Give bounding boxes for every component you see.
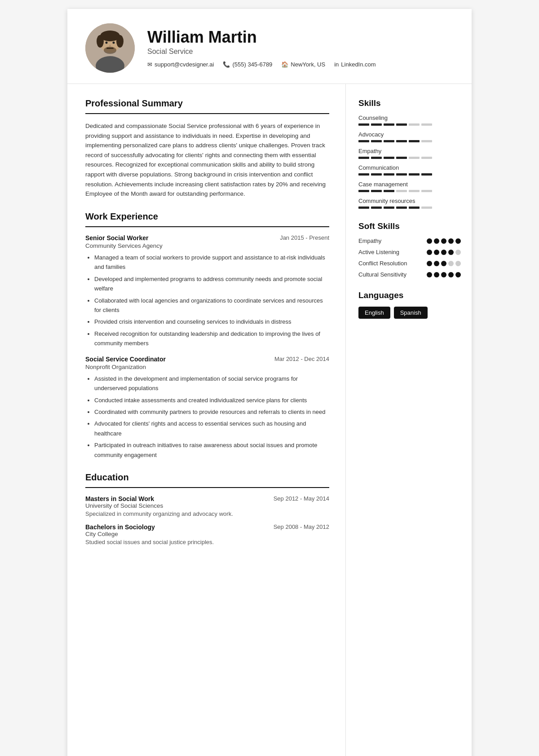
svg-point-5 [116, 35, 124, 48]
skill-bar-seg [371, 190, 382, 192]
skill-bar-3 [358, 173, 461, 176]
bullet-1-2: Coordinated with community partners to p… [94, 407, 329, 417]
summary-text: Dedicated and compassionate Social Servi… [85, 121, 329, 199]
skill-bar-seg [409, 123, 420, 126]
skill-bar-seg [371, 207, 382, 209]
candidate-title: Social Service [147, 48, 376, 56]
edu-desc-0: Specialized in community organizing and … [85, 510, 329, 517]
edu-school-1: City College [85, 531, 329, 537]
edu-header-0: Masters in Social Work Sep 2012 - May 20… [85, 495, 329, 502]
dot [448, 250, 454, 255]
job-entry-1: Social Service Coordinator Mar 2012 - De… [85, 356, 329, 460]
skill-bar-seg [358, 173, 369, 176]
language-badges: EnglishSpanish [358, 307, 461, 319]
dot [434, 250, 439, 255]
soft-skills-title: Soft Skills [358, 221, 461, 231]
dot [441, 238, 446, 244]
skill-bar-seg [396, 207, 407, 209]
dot [441, 272, 446, 277]
skill-item-4: Case management [358, 181, 461, 192]
summary-title: Professional Summary [85, 98, 329, 109]
phone-icon: 📞 [223, 61, 230, 68]
avatar [85, 23, 135, 73]
summary-divider [85, 113, 329, 114]
skill-bar-seg [409, 207, 420, 209]
dot [434, 261, 439, 266]
location-icon: 🏠 [281, 61, 288, 68]
svg-point-7 [106, 42, 108, 44]
location-contact: 🏠 NewYork, US [281, 61, 325, 68]
skills-title: Skills [358, 98, 461, 108]
phone-value: (555) 345-6789 [232, 61, 272, 68]
skill-bar-seg [358, 140, 369, 142]
linkedin-contact: in LinkedIn.com [334, 61, 376, 68]
skill-bar-seg [384, 123, 394, 126]
dot [455, 272, 461, 277]
skill-bar-seg [384, 140, 394, 142]
skill-bar-4 [358, 190, 461, 192]
skill-name-1: Advocacy [358, 131, 461, 138]
soft-skill-1: Active Listening [358, 249, 461, 255]
job-dates-0: Jan 2015 - Present [280, 234, 329, 241]
soft-skill-name-3: Cultural Sensitivity [358, 271, 427, 278]
skill-bar-seg [384, 157, 394, 159]
skill-name-4: Case management [358, 181, 461, 188]
job-header-0: Senior Social Worker Jan 2015 - Present [85, 234, 329, 242]
lang-badge-0: English [358, 307, 390, 319]
header-info: William Martin Social Service ✉ support@… [147, 28, 376, 68]
education-title: Education [85, 472, 329, 483]
dot [434, 238, 439, 244]
resume-container: William Martin Social Service ✉ support@… [67, 9, 472, 756]
skill-bar-seg [371, 140, 382, 142]
soft-skill-name-2: Conflict Resolution [358, 260, 427, 267]
work-title: Work Experience [85, 211, 329, 222]
bullet-1-3: Advocated for clients' rights and access… [94, 419, 329, 438]
job-header-1: Social Service Coordinator Mar 2012 - De… [85, 356, 329, 363]
soft-skill-dots-2 [427, 261, 461, 266]
work-experience-section: Work Experience Senior Social Worker Jan… [85, 211, 329, 460]
left-column: Professional Summary Dedicated and compa… [67, 84, 346, 756]
education-section: Education Masters in Social Work Sep 201… [85, 472, 329, 545]
job-title-0: Senior Social Worker [85, 234, 149, 242]
languages-section: Languages EnglishSpanish [358, 290, 461, 319]
edu-dates-1: Sep 2008 - May 2012 [274, 523, 329, 530]
edu-header-1: Bachelors in Sociology Sep 2008 - May 20… [85, 523, 329, 531]
edu-school-0: University of Social Sciences [85, 502, 329, 509]
skill-bar-2 [358, 157, 461, 159]
candidate-name: William Martin [147, 28, 376, 46]
dot [427, 272, 432, 277]
languages-title: Languages [358, 290, 461, 300]
skill-bar-seg [421, 157, 432, 159]
skill-name-5: Community resources [358, 198, 461, 204]
edu-list: Masters in Social Work Sep 2012 - May 20… [85, 495, 329, 545]
skill-bar-seg [421, 173, 432, 176]
skill-item-3: Communication [358, 164, 461, 176]
jobs-list: Senior Social Worker Jan 2015 - Present … [85, 234, 329, 460]
svg-point-8 [113, 42, 115, 44]
skill-item-5: Community resources [358, 198, 461, 209]
skill-bar-seg [371, 157, 382, 159]
svg-point-4 [97, 35, 104, 48]
skill-bar-seg [396, 123, 407, 126]
phone-contact: 📞 (555) 345-6789 [223, 61, 272, 68]
dot [448, 261, 454, 266]
skill-name-3: Communication [358, 164, 461, 171]
linkedin-icon: in [334, 61, 339, 68]
contact-bar: ✉ support@cvdesigner.ai 📞 (555) 345-6789… [147, 61, 376, 68]
skill-bar-seg [358, 190, 369, 192]
dot [455, 250, 461, 255]
skill-bar-seg [421, 140, 432, 142]
job-entry-0: Senior Social Worker Jan 2015 - Present … [85, 234, 329, 348]
skill-bar-seg [358, 157, 369, 159]
job-org-1: Nonprofit Organization [85, 364, 329, 370]
location-value: NewYork, US [291, 61, 325, 68]
edu-desc-1: Studied social issues and social justice… [85, 539, 329, 545]
work-divider [85, 226, 329, 227]
soft-skill-name-1: Active Listening [358, 249, 427, 255]
email-icon: ✉ [147, 61, 152, 68]
skill-bar-seg [421, 123, 432, 126]
skill-bar-seg [371, 173, 382, 176]
email-contact: ✉ support@cvdesigner.ai [147, 61, 214, 68]
skill-bar-seg [421, 190, 432, 192]
skills-list: Counseling Advocacy Empathy Communicatio… [358, 114, 461, 209]
